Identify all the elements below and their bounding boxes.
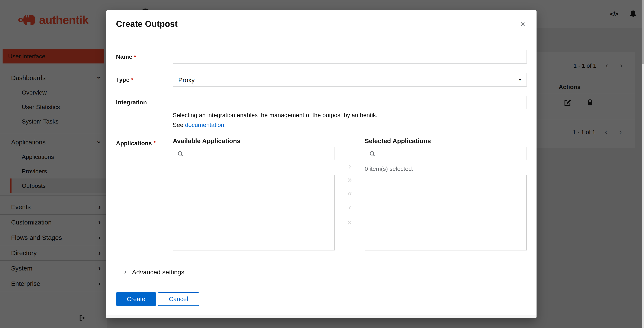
modal-footer-buttons: Create Cancel — [116, 292, 527, 306]
available-applications-pane: Available Applications — [173, 137, 335, 250]
viewport: </> authentik User interface — [0, 0, 644, 328]
label-text: Integration — [116, 99, 147, 106]
remove-all-icon[interactable]: « — [335, 189, 365, 198]
advanced-settings-toggle[interactable]: › Advanced settings — [124, 268, 527, 276]
add-all-icon[interactable]: » — [335, 175, 365, 184]
integration-select-value: --------- — [178, 99, 198, 106]
chevron-right-icon: › — [124, 268, 126, 276]
available-applications-title: Available Applications — [173, 137, 335, 145]
form-row-name: Name * — [116, 50, 527, 63]
close-icon[interactable]: ✕ — [520, 20, 526, 28]
integration-select[interactable]: --------- — [173, 96, 527, 109]
label-text: Name — [116, 53, 132, 60]
advanced-settings-label: Advanced settings — [132, 268, 184, 275]
modal-footer-strip — [106, 315, 536, 318]
modal-title: Create Outpost — [116, 19, 178, 29]
type-select[interactable]: Proxy ▾ — [173, 73, 527, 86]
caret-down-icon: ▾ — [519, 77, 521, 82]
search-icon — [369, 151, 375, 157]
cancel-button[interactable]: Cancel — [158, 292, 199, 306]
required-marker: * — [154, 140, 156, 146]
remove-selected-icon[interactable]: ‹ — [335, 203, 365, 212]
applications-label: Applications * — [116, 137, 173, 250]
search-icon — [178, 151, 184, 157]
label-text: Type — [116, 76, 130, 83]
selected-applications-list[interactable] — [365, 175, 527, 250]
page-scrollbar[interactable] — [642, 0, 644, 328]
dual-list-selector: Available Applications › » « ‹ ✕ — [173, 137, 527, 250]
selected-search-input[interactable] — [365, 147, 527, 160]
help-prefix: See — [173, 121, 185, 128]
form-row-applications: Applications * Available Applications — [116, 137, 527, 250]
name-input[interactable] — [173, 50, 527, 63]
help-suffix: . — [224, 121, 226, 128]
create-outpost-form: Name * Type * Proxy ▾ — [116, 50, 527, 306]
form-row-integration: Integration --------- Selecting an integ… — [116, 96, 527, 130]
available-applications-list[interactable] — [173, 175, 335, 250]
documentation-link[interactable]: documentation — [185, 121, 224, 128]
clear-icon[interactable]: ✕ — [335, 218, 365, 227]
help-line-2: See documentation. — [173, 120, 527, 130]
form-row-type: Type * Proxy ▾ — [116, 73, 527, 86]
help-line-1: Selecting an integration enables the man… — [173, 110, 527, 120]
scrollbar-thumb[interactable] — [642, 0, 644, 64]
selected-applications-title: Selected Applications — [365, 137, 527, 145]
integration-help-text: Selecting an integration enables the man… — [173, 110, 527, 130]
create-button[interactable]: Create — [116, 292, 156, 306]
add-selected-icon[interactable]: › — [335, 162, 365, 171]
create-outpost-modal: Create Outpost ✕ Name * Type * — [106, 10, 536, 318]
selected-applications-pane: Selected Applications 0 item(s) selected… — [365, 137, 527, 250]
type-label: Type * — [116, 73, 173, 86]
required-marker: * — [131, 76, 133, 83]
label-text: Applications — [116, 140, 152, 147]
dual-list-controls: › » « ‹ ✕ — [335, 137, 365, 250]
name-label: Name * — [116, 50, 173, 63]
required-marker: * — [134, 53, 136, 60]
selected-count-status: 0 item(s) selected. — [365, 165, 414, 172]
type-select-value: Proxy — [178, 76, 195, 83]
available-search-input[interactable] — [173, 147, 335, 160]
integration-label: Integration — [116, 96, 173, 130]
